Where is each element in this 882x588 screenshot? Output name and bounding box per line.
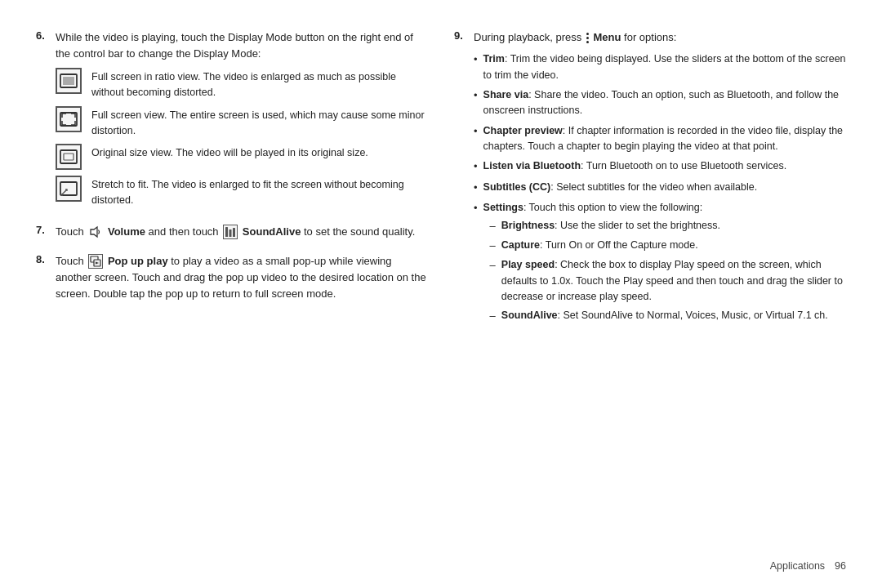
capture-text: : Turn On or Off the Capture mode.	[540, 239, 698, 251]
share-via-text: : Share the video. Touch an option, such…	[483, 89, 839, 116]
subitem-listen-bluetooth: • Listen via Bluetooth: Turn Bluetooth o…	[474, 158, 846, 175]
subitem-settings: • Settings: Touch this option to view th…	[474, 200, 846, 328]
svg-line-6	[61, 189, 67, 195]
soundalive-sub-label: SoundAlive	[501, 310, 558, 321]
subsubitem-brightness: – Brightness: Use the slider to set the …	[490, 218, 846, 234]
play-speed-label: Play speed	[501, 259, 555, 270]
capture-label: Capture	[501, 239, 540, 251]
item-6-intro: While the video is playing, touch the Di…	[56, 29, 428, 62]
popup-play-inline-icon	[88, 254, 103, 269]
brightness-text: : Use the slider to set the brightness.	[555, 220, 720, 231]
svg-rect-3	[60, 150, 77, 163]
item-9-content: During playback, press Menu for options:…	[474, 29, 846, 332]
icon-original-size-desc: Original size view. The video will be pl…	[91, 144, 428, 161]
svg-rect-2	[60, 113, 77, 126]
item-8-text: Touch Pop up play to play a video as a s…	[56, 253, 428, 302]
item-8-content: Touch Pop up play to play a video as a s…	[56, 253, 428, 305]
item-7-soundalive-label: SoundAlive	[243, 225, 301, 238]
item-8-number: 8.	[36, 253, 52, 305]
item-9-intro-end: for options:	[624, 31, 676, 43]
svg-marker-7	[91, 227, 97, 237]
subitem-share-via: • Share via: Share the video. Touch an o…	[474, 87, 846, 119]
soundalive-inline-icon	[223, 225, 238, 239]
item-8-popup-label: Pop up play	[108, 255, 168, 267]
item-8-text-before: Touch	[56, 255, 84, 267]
menu-dots-icon	[586, 33, 589, 43]
icon-row-fullscreen-ratio: Full screen in ratio view. The video is …	[56, 68, 428, 100]
icon-row-fullscreen-full: Full screen view. The entire screen is u…	[56, 106, 428, 139]
item-9-number: 9.	[454, 29, 470, 332]
brightness-label: Brightness	[501, 220, 555, 231]
share-via-label: Share via	[483, 89, 529, 100]
subtitles-text: : Select subtitles for the video when av…	[550, 181, 757, 193]
svg-rect-1	[63, 77, 74, 85]
svg-rect-9	[229, 229, 232, 237]
item-9-menu-label: Menu	[593, 31, 621, 43]
item-6-content: While the video is playing, touch the Di…	[56, 29, 428, 214]
item-7-content: Touch Volume and then touch	[56, 224, 428, 243]
item-9-intro: During playback, press	[474, 31, 581, 43]
item-6-number: 6.	[36, 29, 52, 214]
item-8: 8. Touch Pop up play to play a video as …	[36, 253, 428, 305]
item-7-text-before: Touch	[56, 225, 84, 238]
fullscreen-ratio-icon	[56, 68, 82, 94]
item-6: 6. While the video is playing, touch the…	[36, 29, 428, 214]
item-9-subitems: • Trim: Trim the video being displayed. …	[474, 51, 846, 327]
subsubitem-play-speed: – Play speed: Check the box to display P…	[490, 257, 846, 305]
item-7-number: 7.	[36, 224, 52, 243]
icon-stretch-desc: Stretch to fit. The video is enlarged to…	[91, 176, 428, 208]
icon-row-original-size: Original size view. The video will be pl…	[56, 144, 428, 170]
item-9-intro-line: During playback, press Menu for options:	[474, 29, 846, 46]
trim-text: : Trim the video being displayed. Use th…	[483, 53, 846, 80]
svg-rect-10	[233, 228, 235, 237]
item-7-text-after: to set the sound quality.	[304, 225, 415, 238]
footer: Applications 96	[770, 560, 846, 572]
subitem-subtitles: • Subtitles (CC): Select subtitles for t…	[474, 180, 846, 196]
settings-text: : Touch this option to view the followin…	[523, 202, 702, 213]
subitem-chapter-preview: • Chapter preview: If chapter informatio…	[474, 123, 846, 155]
fullscreen-full-icon	[56, 106, 82, 132]
icon-fullscreen-ratio-desc: Full screen in ratio view. The video is …	[91, 68, 428, 100]
stretch-icon	[56, 176, 82, 202]
listen-bluetooth-text: : Turn Bluetooth on to use Bluetooth ser…	[581, 160, 786, 172]
svg-rect-8	[225, 227, 228, 237]
settings-label: Settings	[483, 202, 523, 213]
original-size-icon	[56, 144, 82, 170]
svg-rect-4	[64, 154, 74, 160]
settings-subitems: – Brightness: Use the slider to set the …	[490, 218, 846, 325]
item-9: 9. During playback, press Menu for optio…	[454, 29, 846, 332]
subtitles-label: Subtitles (CC)	[483, 181, 551, 193]
item-7-volume-label: Volume	[108, 225, 145, 238]
footer-label: Applications	[770, 560, 825, 572]
item-7-text-middle: and then touch	[149, 225, 219, 238]
trim-label: Trim	[483, 53, 505, 65]
subitem-trim: • Trim: Trim the video being displayed. …	[474, 51, 846, 83]
volume-inline-icon	[88, 225, 103, 239]
soundalive-sub-text: : Set SoundAlive to Normal, Voices, Musi…	[558, 310, 828, 321]
subsubitem-soundalive: – SoundAlive: Set SoundAlive to Normal, …	[490, 308, 846, 324]
item-7: 7. Touch Volume and then touch	[36, 224, 428, 243]
icon-row-stretch: Stretch to fit. The video is enlarged to…	[56, 176, 428, 208]
icon-fullscreen-full-desc: Full screen view. The entire screen is u…	[91, 106, 428, 139]
subsubitem-capture: – Capture: Turn On or Off the Capture mo…	[490, 238, 846, 254]
footer-page-number: 96	[835, 560, 846, 572]
item-7-text: Touch Volume and then touch	[56, 224, 428, 240]
chapter-preview-label: Chapter preview	[483, 125, 563, 136]
listen-bluetooth-label: Listen via Bluetooth	[483, 160, 581, 172]
